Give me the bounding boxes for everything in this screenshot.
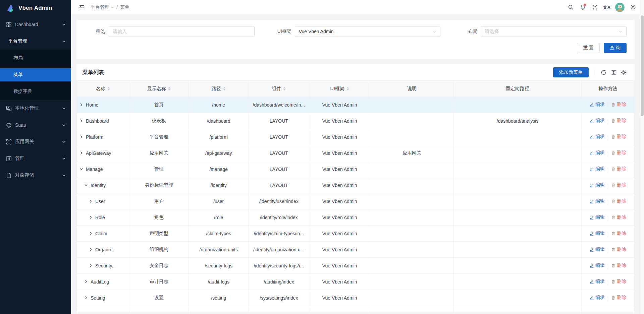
row-expand-icon[interactable] [79,151,83,155]
edit-button[interactable]: 编辑 [590,134,605,140]
table-row[interactable] [77,306,635,313]
app-logo[interactable]: Vben Admin [0,0,71,16]
avatar[interactable] [615,3,625,12]
row-expand-icon[interactable] [89,215,93,219]
delete-button[interactable]: 删除 [611,102,626,108]
ui-framework-select[interactable]: Vue Vben Admin [295,26,441,37]
row-collapse-icon[interactable] [84,183,88,187]
edit-button[interactable]: 编辑 [590,102,605,108]
row-height-icon[interactable] [608,67,619,77]
table-row[interactable]: Identity身份标识管理/identityLAYOUTVue Vben Ad… [77,177,635,193]
search-icon[interactable] [565,2,576,13]
column-header-path[interactable]: 路径 [189,81,249,97]
delete-button[interactable]: 删除 [611,182,626,188]
delete-button[interactable]: 删除 [611,230,626,236]
row-expand-icon[interactable] [89,264,93,267]
sidebar-item-app-gateway[interactable]: 应用网关 [0,135,71,148]
row-expand-icon[interactable] [79,135,83,139]
edit-button[interactable]: 编辑 [590,262,605,268]
edit-button[interactable]: 编辑 [590,295,605,301]
page-scrollbar[interactable] [640,0,644,314]
delete-button[interactable]: 删除 [611,150,626,156]
sidebar-item-menu[interactable]: 菜单 [0,68,71,81]
row-expand-icon[interactable] [84,296,88,300]
edit-button[interactable]: 编辑 [590,150,605,156]
row-expand-icon[interactable] [84,280,88,284]
column-header-display-name[interactable]: 显示名称 [129,81,189,97]
table-row[interactable]: Home首页/home/dashboard/welcome/in...Vue V… [77,97,635,113]
delete-button[interactable]: 删除 [611,198,626,204]
column-header-name[interactable]: 名称 [77,81,129,97]
notification-icon[interactable] [577,2,588,13]
row-expand-icon[interactable] [79,103,83,107]
sidebar-item-dashboard[interactable]: Dashboard [0,18,71,31]
column-header-component[interactable]: 组件 [249,81,309,97]
trash-icon [611,296,615,300]
search-button[interactable]: 查 询 [604,43,627,53]
table-row[interactable]: Setting设置/setting/sys/settings/indexVue … [77,290,635,306]
row-expand-icon[interactable] [89,232,93,235]
table-row[interactable]: ApiGateway应用网关/api-gatewayLAYOUTVue Vben… [77,145,635,161]
delete-button[interactable]: 删除 [611,118,626,124]
sidebar-item-object-storage[interactable]: 对象存储 [0,169,71,182]
column-settings-icon[interactable] [619,67,629,77]
cell-component: /sys/settings/index [249,290,309,306]
table-row[interactable]: Platform平台管理/platformLAYOUTVue Vben Admi… [77,129,635,145]
edit-button[interactable]: 编辑 [590,246,605,252]
table-row[interactable]: Security...安全日志/security-logs/identity/s… [77,258,635,274]
row-expand-icon[interactable] [89,199,93,203]
delete-button[interactable]: 删除 [611,246,626,252]
manage-icon [6,156,12,162]
table-row[interactable]: Dashboard仪表板/dashboardLAYOUTVue Vben Adm… [77,113,635,129]
filter-keyword-input[interactable] [113,29,251,34]
sidebar-item-saas[interactable]: Saas [0,118,71,132]
settings-icon[interactable] [627,2,639,13]
table-row[interactable]: AuditLog审计日志/audit-logs/auditing/indexVu… [77,274,635,290]
cell-path: /user [189,193,249,209]
refresh-icon[interactable] [598,67,608,77]
table-row[interactable]: Manage管理/manageLAYOUTVue Vben Admin编辑删除 [77,161,635,177]
reset-button[interactable]: 重 置 [577,43,600,53]
sidebar-item-data-dictionary[interactable]: 数据字典 [0,85,71,98]
edit-button[interactable]: 编辑 [590,278,605,285]
layout-select[interactable]: 请选择 [481,26,627,37]
table-row[interactable]: Organiz...组织机构/organization-units/identi… [77,242,635,258]
row-name-label: Claim [95,231,107,236]
delete-button[interactable]: 删除 [611,295,626,301]
delete-label: 删除 [617,262,626,268]
ui-framework-select-value: Vue Vben Admin [299,29,433,34]
table-row[interactable]: Role角色/role/identity/role/indexVue Vben … [77,209,635,226]
row-expand-icon[interactable] [89,248,93,251]
sidebar-item-layout[interactable]: 布局 [0,51,71,65]
menu-fold-icon[interactable] [76,2,87,13]
edit-button[interactable]: 编辑 [590,198,605,204]
sidebar-item-localization[interactable]: 本地化管理 [0,102,71,115]
row-expand-icon[interactable] [79,119,83,123]
row-collapse-icon[interactable] [79,167,83,171]
table-row[interactable]: User用户/user/identity/user/indexVue Vben … [77,193,635,209]
page-scrollbar-thumb[interactable] [641,15,644,116]
column-header-ui-framework[interactable]: UI框架 [309,81,370,97]
edit-button[interactable]: 编辑 [590,182,605,188]
edit-button[interactable]: 编辑 [590,214,605,220]
cell-path-value: /user [213,199,224,204]
cell-path: /claim-types [189,226,249,242]
add-menu-button[interactable]: 添加新菜单 [553,67,589,77]
cell-actions: 编辑删除 [581,193,634,209]
sidebar-item-manage[interactable]: 管理 [0,152,71,165]
delete-button[interactable]: 删除 [611,278,626,285]
edit-button[interactable]: 编辑 [590,166,605,172]
sidebar-item-platform-management[interactable]: 平台管理 [0,35,71,48]
breadcrumb-item-platform[interactable]: 平台管理 [91,4,114,10]
delete-button[interactable]: 删除 [611,262,626,268]
fullscreen-icon[interactable] [589,2,600,13]
delete-button[interactable]: 删除 [611,214,626,220]
cell-description-value: 应用网关 [402,150,421,155]
edit-button[interactable]: 编辑 [590,118,605,124]
delete-button[interactable]: 删除 [611,166,626,172]
edit-button[interactable]: 编辑 [590,230,605,236]
table-row[interactable]: Claim声明类型/claim-types/identity/claim-typ… [77,226,635,242]
translate-icon[interactable]: 文A [601,2,612,13]
delete-button[interactable]: 删除 [611,134,626,140]
sort-icons [107,87,110,90]
